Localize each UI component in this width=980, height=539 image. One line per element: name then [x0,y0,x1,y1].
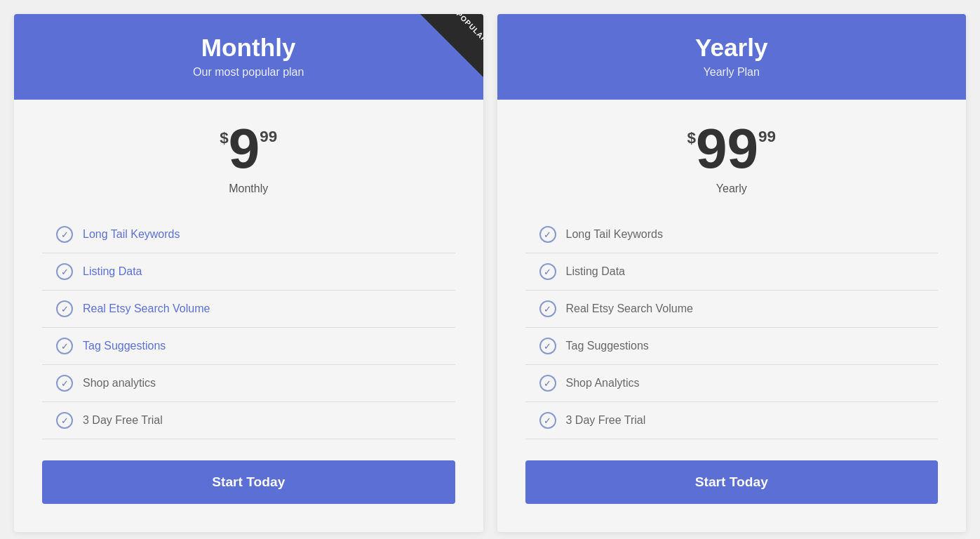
feature-text: Long Tail Keywords [566,228,663,241]
feature-text: Real Etsy Search Volume [566,302,693,315]
popular-badge-text: POPULAR [455,14,483,44]
card-body-yearly: $9999Yearly✓Long Tail Keywords✓Listing D… [497,100,967,532]
list-item: ✓Real Etsy Search Volume [42,291,455,328]
start-today-button-yearly[interactable]: Start Today [525,460,939,504]
features-list-monthly: ✓Long Tail Keywords✓Listing Data✓Real Et… [42,216,455,439]
price-display-yearly: $9999 [525,121,939,177]
check-icon: ✓ [56,226,73,243]
price-section-yearly: $9999Yearly [525,121,939,195]
list-item: ✓Long Tail Keywords [525,216,939,253]
check-icon: ✓ [539,375,556,392]
list-item: ✓Long Tail Keywords [42,216,455,253]
feature-text: Tag Suggestions [566,340,649,352]
price-period: Yearly [525,182,939,195]
features-list-yearly: ✓Long Tail Keywords✓Listing Data✓Real Et… [525,216,939,439]
list-item: ✓Real Etsy Search Volume [525,291,939,328]
list-item: ✓Shop Analytics [525,365,939,402]
feature-text: 3 Day Free Trial [566,414,646,427]
list-item: ✓3 Day Free Trial [42,402,455,439]
feature-text: Long Tail Keywords [83,228,180,241]
check-icon: ✓ [539,226,556,243]
check-icon: ✓ [539,338,556,354]
price-main-number: 99 [696,121,758,177]
list-item: ✓Tag Suggestions [42,328,455,365]
price-dollar-sign: $ [687,129,696,147]
plan-title-monthly: Monthly [35,34,462,62]
check-icon: ✓ [56,375,73,392]
list-item: ✓Shop analytics [42,365,455,402]
price-period: Monthly [42,182,455,195]
list-item: ✓3 Day Free Trial [525,402,939,439]
check-icon: ✓ [56,300,73,317]
check-icon: ✓ [539,412,556,429]
price-section-monthly: $999Monthly [42,121,455,195]
feature-text: Real Etsy Search Volume [83,302,210,315]
card-header-yearly: YearlyYearly Plan [497,14,967,100]
price-cents: 99 [758,128,776,146]
plan-subtitle-yearly: Yearly Plan [518,66,946,79]
feature-text: 3 Day Free Trial [83,414,163,427]
popular-badge: POPULAR [417,14,483,81]
check-icon: ✓ [56,338,73,354]
list-item: ✓Tag Suggestions [525,328,939,365]
price-dollar-sign: $ [220,129,228,147]
list-item: ✓Listing Data [525,253,939,291]
card-header-monthly: MonthlyOur most popular planPOPULAR [14,14,483,100]
pricing-card-yearly: YearlyYearly Plan$9999Yearly✓Long Tail K… [497,14,967,532]
feature-text: Tag Suggestions [83,340,166,352]
feature-text: Listing Data [83,265,142,278]
price-display-monthly: $999 [42,121,455,177]
check-icon: ✓ [56,412,73,429]
pricing-container: MonthlyOur most popular planPOPULAR$999M… [14,14,966,532]
plan-title-yearly: Yearly [518,34,946,62]
check-icon: ✓ [56,263,73,280]
feature-text: Shop analytics [83,377,156,390]
price-main-number: 9 [229,121,260,177]
start-today-button-monthly[interactable]: Start Today [42,460,455,504]
price-cents: 99 [260,128,277,146]
plan-subtitle-monthly: Our most popular plan [35,66,462,79]
check-icon: ✓ [539,300,556,317]
pricing-card-monthly: MonthlyOur most popular planPOPULAR$999M… [14,14,483,532]
check-icon: ✓ [539,263,556,280]
list-item: ✓Listing Data [42,253,455,291]
feature-text: Shop Analytics [566,377,640,390]
feature-text: Listing Data [566,265,626,278]
card-body-monthly: $999Monthly✓Long Tail Keywords✓Listing D… [14,100,483,532]
